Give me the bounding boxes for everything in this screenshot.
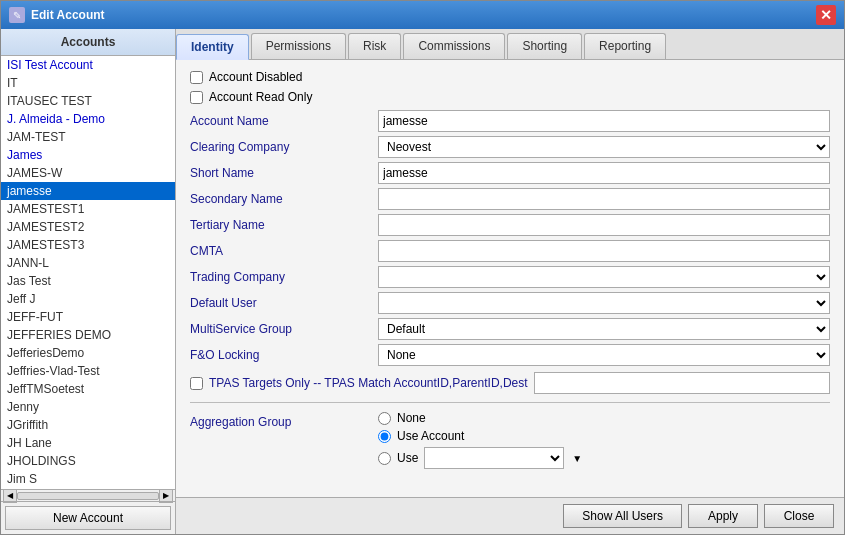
field-input-9[interactable]: None [378,344,830,366]
tab-content: Account Disabled Account Read Only Accou… [176,60,844,497]
right-panel: IdentityPermissionsRiskCommissionsShorti… [176,29,844,534]
field-input-5[interactable] [378,240,830,262]
accounts-list[interactable]: ISI Test AccountITITAUSEC TESTJ. Almeida… [1,56,175,489]
account-item[interactable]: Jenny [1,398,175,416]
field-input-6[interactable] [378,266,830,288]
account-item[interactable]: JAM-TEST [1,128,175,146]
tpas-checkbox[interactable] [190,377,203,390]
tab-reporting[interactable]: Reporting [584,33,666,59]
radio-use-account-row: Use Account [378,429,830,443]
tpas-label: TPAS Targets Only -- TPAS Match AccountI… [209,376,528,390]
new-account-button[interactable]: New Account [5,506,171,530]
radio-use-label: Use [397,451,418,465]
field-label-4: Tertiary Name [190,216,370,234]
field-label-1: Clearing Company [190,138,370,156]
account-item[interactable]: JAMESTEST1 [1,200,175,218]
title-bar: ✎ Edit Account ✕ [1,1,844,29]
account-item[interactable]: JEFFERIES DEMO [1,326,175,344]
show-all-users-button[interactable]: Show All Users [563,504,682,528]
account-read-only-checkbox[interactable] [190,91,203,104]
account-item[interactable]: JANN-L [1,254,175,272]
account-read-only-row: Account Read Only [190,90,830,104]
aggregation-label: Aggregation Group [190,411,370,429]
account-item[interactable]: JeffTMSoetest [1,380,175,398]
field-label-8: MultiService Group [190,320,370,338]
field-label-0: Account Name [190,112,370,130]
account-disabled-label: Account Disabled [209,70,302,84]
radio-use-account-label: Use Account [397,429,464,443]
window-icon: ✎ [9,7,25,23]
account-item[interactable]: Jim S [1,470,175,488]
field-label-6: Trading Company [190,268,370,286]
field-input-0[interactable] [378,110,830,132]
account-disabled-row: Account Disabled [190,70,830,84]
main-window: ✎ Edit Account ✕ Accounts ISI Test Accou… [0,0,845,535]
tpas-row: TPAS Targets Only -- TPAS Match AccountI… [190,372,830,394]
aggregation-radio-group: None Use Account Use ▼ [378,411,830,469]
account-disabled-checkbox[interactable] [190,71,203,84]
field-label-2: Short Name [190,164,370,182]
account-item[interactable]: ITAUSEC TEST [1,92,175,110]
tab-identity[interactable]: Identity [176,34,249,60]
account-item[interactable]: JEFF-FUT [1,308,175,326]
tab-risk[interactable]: Risk [348,33,401,59]
account-item[interactable]: JHOLDINGS [1,452,175,470]
horizontal-scrollbar[interactable]: ◀ ▶ [1,489,175,501]
account-item[interactable]: JAMES-W [1,164,175,182]
tab-shorting[interactable]: Shorting [507,33,582,59]
account-item[interactable]: James [1,146,175,164]
account-item[interactable]: Jeffries-Vlad-Test [1,362,175,380]
aggregation-grid: Aggregation Group None Use Account Us [190,411,830,469]
account-item[interactable]: J. Almeida - Demo [1,110,175,128]
field-label-5: CMTA [190,242,370,260]
radio-use[interactable] [378,452,391,465]
field-input-1[interactable]: Neovest [378,136,830,158]
account-item[interactable]: JH Lane [1,434,175,452]
footer: Show All Users Apply Close [176,497,844,534]
scroll-track [17,492,159,500]
tab-permissions[interactable]: Permissions [251,33,346,59]
use-select[interactable] [424,447,564,469]
account-item[interactable]: Jas Test [1,272,175,290]
account-read-only-label: Account Read Only [209,90,312,104]
close-window-button[interactable]: ✕ [816,5,836,25]
radio-none[interactable] [378,412,391,425]
left-panel-footer: New Account [1,501,175,534]
account-item[interactable]: JAMESTEST3 [1,236,175,254]
field-label-7: Default User [190,294,370,312]
accounts-header: Accounts [1,29,175,56]
tab-commissions[interactable]: Commissions [403,33,505,59]
field-input-2[interactable] [378,162,830,184]
radio-use-account[interactable] [378,430,391,443]
tpas-input[interactable] [534,372,830,394]
radio-none-label: None [397,411,426,425]
title-bar-text: Edit Account [31,8,816,22]
account-item[interactable]: jamesse [1,182,175,200]
radio-use-row: Use ▼ [378,447,830,469]
form-grid: Account NameClearing CompanyNeovestShort… [190,110,830,366]
account-item[interactable]: ISI Test Account [1,56,175,74]
account-item[interactable]: IT [1,74,175,92]
close-button[interactable]: Close [764,504,834,528]
account-item[interactable]: Jeff J [1,290,175,308]
content-area: Accounts ISI Test AccountITITAUSEC TESTJ… [1,29,844,534]
field-input-8[interactable]: Default [378,318,830,340]
account-item[interactable]: JGriffith [1,416,175,434]
left-panel: Accounts ISI Test AccountITITAUSEC TESTJ… [1,29,176,534]
divider [190,402,830,403]
tabs-bar: IdentityPermissionsRiskCommissionsShorti… [176,29,844,60]
apply-button[interactable]: Apply [688,504,758,528]
field-label-3: Secondary Name [190,190,370,208]
account-item[interactable]: JAMESTEST2 [1,218,175,236]
radio-none-row: None [378,411,830,425]
use-select-arrow: ▼ [572,453,582,464]
field-input-7[interactable] [378,292,830,314]
account-item[interactable]: JefferiesDemo [1,344,175,362]
field-label-9: F&O Locking [190,346,370,364]
field-input-4[interactable] [378,214,830,236]
field-input-3[interactable] [378,188,830,210]
